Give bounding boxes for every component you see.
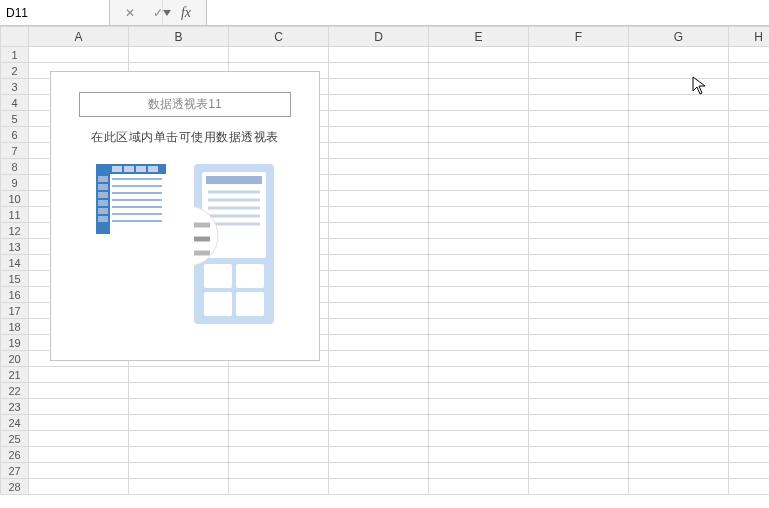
cell[interactable] — [629, 303, 729, 319]
fx-icon[interactable]: fx — [172, 0, 200, 25]
cell[interactable] — [329, 223, 429, 239]
cell[interactable] — [429, 367, 529, 383]
row-header[interactable]: 4 — [1, 95, 29, 111]
name-box[interactable] — [0, 0, 110, 25]
cell[interactable] — [429, 175, 529, 191]
cell[interactable] — [229, 463, 329, 479]
cell[interactable] — [629, 351, 729, 367]
cell[interactable] — [429, 415, 529, 431]
cell[interactable] — [429, 351, 529, 367]
row-header[interactable]: 13 — [1, 239, 29, 255]
cell[interactable] — [429, 111, 529, 127]
cell[interactable] — [329, 335, 429, 351]
cell[interactable] — [29, 367, 129, 383]
col-header[interactable]: G — [629, 27, 729, 47]
cell[interactable] — [329, 271, 429, 287]
cell[interactable] — [629, 447, 729, 463]
cell[interactable] — [529, 383, 629, 399]
cell[interactable] — [629, 143, 729, 159]
row-header[interactable]: 25 — [1, 431, 29, 447]
cell[interactable] — [129, 447, 229, 463]
cell[interactable] — [529, 79, 629, 95]
cell[interactable] — [129, 47, 229, 63]
cell[interactable] — [729, 63, 770, 79]
cell[interactable] — [229, 383, 329, 399]
cell[interactable] — [529, 255, 629, 271]
row-header[interactable]: 27 — [1, 463, 29, 479]
cell[interactable] — [529, 47, 629, 63]
formula-input[interactable] — [207, 0, 769, 25]
cell[interactable] — [529, 303, 629, 319]
row-header[interactable]: 20 — [1, 351, 29, 367]
cell[interactable] — [229, 47, 329, 63]
cell[interactable] — [429, 47, 529, 63]
cell[interactable] — [529, 207, 629, 223]
cell[interactable] — [129, 367, 229, 383]
cell[interactable] — [329, 175, 429, 191]
cell[interactable] — [329, 351, 429, 367]
cell[interactable] — [629, 239, 729, 255]
cell[interactable] — [29, 431, 129, 447]
cell[interactable] — [29, 47, 129, 63]
confirm-icon[interactable]: ✓ — [144, 0, 172, 25]
cell[interactable] — [329, 463, 429, 479]
cell[interactable] — [729, 175, 770, 191]
cell[interactable] — [329, 399, 429, 415]
cell[interactable] — [729, 335, 770, 351]
cell[interactable] — [729, 431, 770, 447]
cell[interactable] — [629, 63, 729, 79]
cell[interactable] — [729, 319, 770, 335]
cell[interactable] — [529, 287, 629, 303]
cell[interactable] — [729, 303, 770, 319]
cell[interactable] — [29, 447, 129, 463]
cancel-icon[interactable]: ✕ — [116, 0, 144, 25]
cell[interactable] — [29, 399, 129, 415]
cell[interactable] — [729, 415, 770, 431]
row-header[interactable]: 12 — [1, 223, 29, 239]
cell[interactable] — [329, 239, 429, 255]
cell[interactable] — [629, 479, 729, 495]
cell[interactable] — [729, 79, 770, 95]
cell[interactable] — [429, 63, 529, 79]
cell[interactable] — [529, 239, 629, 255]
cell[interactable] — [629, 159, 729, 175]
cell[interactable] — [629, 319, 729, 335]
row-header[interactable]: 11 — [1, 207, 29, 223]
cell[interactable] — [529, 319, 629, 335]
row-header[interactable]: 24 — [1, 415, 29, 431]
cell[interactable] — [429, 191, 529, 207]
cell[interactable] — [629, 287, 729, 303]
cell[interactable] — [329, 63, 429, 79]
row-header[interactable]: 16 — [1, 287, 29, 303]
cell[interactable] — [629, 79, 729, 95]
cell[interactable] — [629, 191, 729, 207]
cell[interactable] — [529, 479, 629, 495]
cell[interactable] — [329, 95, 429, 111]
cell[interactable] — [629, 367, 729, 383]
cell[interactable] — [529, 463, 629, 479]
cell[interactable] — [729, 255, 770, 271]
cell[interactable] — [329, 383, 429, 399]
col-header[interactable]: C — [229, 27, 329, 47]
row-header[interactable]: 14 — [1, 255, 29, 271]
cell[interactable] — [529, 351, 629, 367]
cell[interactable] — [429, 463, 529, 479]
cell[interactable] — [429, 159, 529, 175]
cell[interactable] — [529, 431, 629, 447]
cell[interactable] — [629, 399, 729, 415]
cell[interactable] — [329, 79, 429, 95]
cell[interactable] — [429, 127, 529, 143]
row-header[interactable]: 3 — [1, 79, 29, 95]
cell[interactable] — [729, 95, 770, 111]
cell[interactable] — [729, 367, 770, 383]
row-header[interactable]: 6 — [1, 127, 29, 143]
cell[interactable] — [129, 479, 229, 495]
row-header[interactable]: 9 — [1, 175, 29, 191]
cell[interactable] — [729, 447, 770, 463]
cell[interactable] — [729, 47, 770, 63]
row-header[interactable]: 1 — [1, 47, 29, 63]
cell[interactable] — [329, 319, 429, 335]
cell[interactable] — [229, 367, 329, 383]
cell[interactable] — [429, 399, 529, 415]
cell[interactable] — [629, 47, 729, 63]
